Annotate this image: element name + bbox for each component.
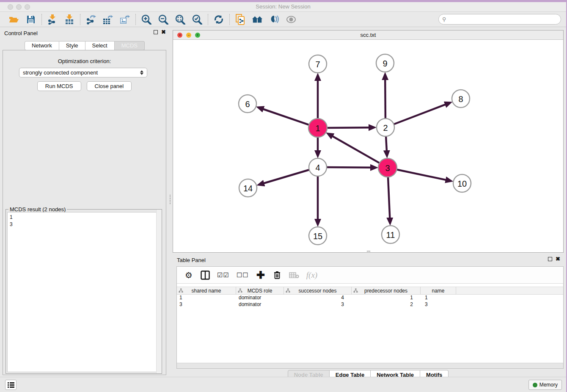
svg-text:10: 10: [457, 179, 467, 188]
close-panel-icon[interactable]: ✖: [161, 30, 166, 34]
graph-edge-4-14[interactable]: [263, 170, 309, 184]
tab-select[interactable]: Select: [85, 41, 115, 50]
delete-table-icon[interactable]: [289, 270, 299, 281]
tab-mcds[interactable]: MCDS: [115, 41, 145, 50]
painter-icon[interactable]: [269, 14, 280, 25]
zoom-fit-icon[interactable]: [175, 14, 186, 25]
select-stepper-icon: [140, 70, 143, 75]
zoom-out-icon[interactable]: [158, 14, 169, 25]
graph-node-15[interactable]: 15: [309, 227, 327, 245]
graph-edge-3-10[interactable]: [397, 170, 447, 180]
table-cell: 3: [177, 301, 236, 308]
close-panel-button[interactable]: Close panel: [87, 81, 132, 91]
eye-icon[interactable]: [286, 14, 297, 25]
tab-network[interactable]: Network: [25, 41, 59, 50]
graph-node-6[interactable]: 6: [239, 95, 256, 113]
table-cell: 4: [284, 295, 352, 301]
graph-node-8[interactable]: 8: [452, 90, 470, 108]
zoom-selected-icon[interactable]: [192, 14, 203, 25]
network-resize-handle[interactable]: [367, 251, 370, 253]
graph-edge-2-3[interactable]: [386, 136, 387, 152]
svg-text:14: 14: [243, 184, 253, 193]
table-header-row: shared name MCDS role successor nodes pr…: [177, 287, 563, 295]
table-cell: 3: [421, 301, 456, 308]
network-document-icon[interactable]: [235, 14, 246, 25]
optimization-criterion-label: Optimization criterion:: [3, 58, 166, 64]
column-type-icon: [238, 288, 242, 293]
deselect-all-icon[interactable]: ☐☐: [237, 270, 249, 281]
home-layout-icon[interactable]: [252, 14, 263, 25]
search-input[interactable]: [446, 16, 561, 22]
graph-node-4[interactable]: 4: [309, 158, 327, 176]
import-table-icon[interactable]: [64, 14, 75, 25]
export-table-icon[interactable]: [102, 14, 113, 25]
svg-text:8: 8: [458, 94, 463, 104]
graph-edge-4-3[interactable]: [327, 167, 372, 168]
table-row[interactable]: 1dominator411: [177, 295, 563, 301]
svg-text:11: 11: [386, 230, 395, 240]
network-window-title: scc.txt: [173, 32, 563, 38]
graph-node-11[interactable]: 11: [382, 226, 399, 243]
network-canvas-svg[interactable]: 7968124314101511: [173, 40, 563, 252]
node-table: shared name MCDS role successor nodes pr…: [177, 287, 563, 308]
table-cell: dominator: [236, 295, 284, 301]
column-header-successor-nodes[interactable]: successor nodes: [284, 287, 352, 294]
mcds-result-scrollbar[interactable]: [156, 210, 162, 373]
run-mcds-button[interactable]: Run MCDS: [37, 81, 81, 91]
search-field[interactable]: ⚲: [438, 14, 561, 25]
select-all-icon[interactable]: ☑☑: [217, 270, 229, 281]
refresh-icon[interactable]: [213, 14, 224, 25]
column-header-predecessor-nodes[interactable]: predecessor nodes: [352, 287, 421, 294]
svg-text:4: 4: [315, 163, 320, 172]
graph-node-7[interactable]: 7: [309, 55, 327, 73]
table-panel: Table Panel ✖ ⚙ ☑☑ ☐☐ ✚ f: [173, 254, 564, 378]
export-image-icon[interactable]: [119, 14, 130, 25]
optimization-criterion-select[interactable]: strongly connected component: [19, 68, 147, 77]
network-window-titlebar[interactable]: × − + scc.txt: [173, 30, 563, 40]
graph-node-10[interactable]: 10: [453, 174, 471, 192]
column-header-mcds-role[interactable]: MCDS role: [236, 287, 284, 294]
graph-node-3[interactable]: 3: [378, 158, 397, 177]
zoom-in-icon[interactable]: [141, 14, 152, 25]
column-label: successor nodes: [298, 288, 336, 294]
graph-node-14[interactable]: 14: [239, 179, 257, 197]
close-table-panel-icon[interactable]: ✖: [556, 257, 560, 261]
mcds-result-list[interactable]: 13: [7, 212, 160, 372]
app-window: Session: New Session: [0, 0, 567, 392]
column-header-name[interactable]: name: [421, 287, 456, 294]
save-session-icon[interactable]: [25, 14, 36, 25]
graph-edge-2-8[interactable]: [394, 104, 446, 124]
add-column-icon[interactable]: ✚: [256, 270, 265, 281]
table-toolbar: ⚙ ☑☑ ☐☐ ✚ f(x): [177, 267, 563, 284]
table-horizontal-scrollbar[interactable]: [177, 363, 563, 368]
column-label: shared name: [191, 288, 221, 294]
function-builder-icon[interactable]: f(x): [306, 270, 317, 281]
memory-button[interactable]: Memory: [528, 380, 562, 390]
column-header-shared-name[interactable]: shared name: [177, 287, 236, 294]
graph-node-9[interactable]: 9: [376, 54, 394, 72]
mcds-result-group: MCDS result (2 nodes) 13: [6, 209, 162, 374]
graph-edge-3-11[interactable]: [388, 177, 390, 219]
table-row[interactable]: 3dominator323: [177, 301, 563, 308]
graph-edge-1-6[interactable]: [262, 109, 309, 125]
graph-node-2[interactable]: 2: [377, 119, 394, 136]
graph-edge-2-9[interactable]: [385, 79, 385, 119]
graph-edge-3-1[interactable]: [332, 136, 380, 163]
control-panel-tabs: Network Style Select MCDS: [0, 41, 169, 50]
panel-splitter-handle[interactable]: [170, 195, 172, 204]
delete-icon[interactable]: [272, 270, 282, 281]
column-view-icon[interactable]: [201, 270, 210, 281]
graph-node-1[interactable]: 1: [308, 119, 327, 137]
mcds-result-title: MCDS result (2 nodes): [8, 206, 67, 213]
tab-style[interactable]: Style: [59, 41, 85, 50]
import-network-icon[interactable]: [47, 14, 58, 25]
svg-text:2: 2: [383, 123, 388, 133]
graph-edge-1-2[interactable]: [327, 127, 370, 128]
table-cell: 1: [177, 295, 236, 301]
gear-icon[interactable]: ⚙: [184, 270, 193, 281]
export-network-icon[interactable]: [85, 14, 96, 25]
float-panel-icon[interactable]: [154, 30, 158, 34]
task-history-button[interactable]: [5, 380, 17, 390]
float-table-panel-icon[interactable]: [548, 257, 552, 261]
open-session-icon[interactable]: [8, 14, 19, 25]
